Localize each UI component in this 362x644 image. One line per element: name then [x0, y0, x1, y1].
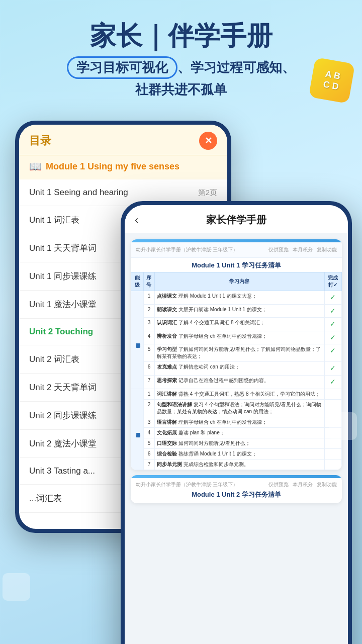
- title-normal: 家长: [90, 21, 142, 50]
- table-row: 4 文化拓展 趣读 plan 和 plane；: [131, 427, 342, 438]
- deco-left-bot: [3, 573, 30, 601]
- row-content: 口语交际 如何询问对方能听见/看见什么；: [155, 438, 324, 448]
- row-content: 文化拓展 趣读 plan 和 plane；: [155, 427, 324, 438]
- row-check: ✓: [324, 344, 341, 362]
- card2-title: Module 1 Unit 2 学习任务清单: [136, 490, 337, 499]
- meta-left: 幼升小家长伴学手册（沪教牛津版·三年级下）: [136, 246, 238, 253]
- row-num: 3: [143, 318, 155, 331]
- card2-meta: 幼升小家长伴学手册（沪教牛津版·三年级下） 仅供预览 本月积分 复制功能: [136, 481, 337, 488]
- row-content: 点读课文 理解 Module 1 Unit 1 的课文大意；: [155, 291, 324, 305]
- row-content: 语言讲解 理解字母组合 ch 在单词中的发音规律；: [155, 417, 324, 427]
- row-num: 5: [143, 438, 155, 448]
- row-check: [324, 448, 341, 459]
- close-icon: ✕: [205, 135, 212, 146]
- handbook-header: ‹ 家长伴学手册: [125, 205, 348, 233]
- task-table: 能级 序号 学习内容 完成打✓ 课前学习单 1 点读课文 理解 Module 1…: [131, 272, 342, 470]
- row-check: ✓: [324, 331, 341, 344]
- toc-item-label: Unit 2 词汇表: [29, 353, 79, 365]
- title-sep: ｜: [142, 21, 168, 50]
- back-button[interactable]: ‹: [135, 214, 138, 227]
- module-text: Module 1 Using my five senses: [46, 161, 179, 172]
- row-content: 词汇讲解 背熟 4 个交通工具词汇，熟悉 8 个相关词汇，学习它们的用法；: [155, 389, 324, 399]
- table-row: 课后复习单 1 词汇讲解 背熟 4 个交通工具词汇，熟悉 8 个相关词汇，学习它…: [131, 389, 342, 399]
- toc-item-label: Unit 1 同步课课练: [29, 270, 97, 282]
- handbook-phone-inner: ‹ 家长伴学手册 幼升小家长伴学手册（沪教牛津版·三年级下） 仅供预览 本月积分: [125, 205, 348, 644]
- table-row: 5 口语交际 如何询问对方能听见/看见什么；: [131, 438, 342, 448]
- main-title: 家长｜伴学手册: [10, 20, 352, 51]
- meta-preview2: 仅供预览: [268, 481, 289, 488]
- toc-item-label: Unit 1 词汇表: [29, 214, 79, 226]
- row-content: 同步单元测 完成综合检验和同步单元测。: [155, 459, 324, 470]
- row-num: 2: [143, 399, 155, 417]
- row-num: 5: [143, 344, 155, 362]
- table-row: 6 综合检验 熟练背诵 Module 1 Unit 1 的课文；: [131, 448, 342, 459]
- meta-preview: 仅供预览: [268, 246, 289, 253]
- subtitle-line2: 社群共进不孤单: [10, 81, 352, 99]
- meta-score2: 本月积分: [293, 481, 313, 488]
- toc-item-label: ...词汇表: [29, 493, 62, 504]
- meta-copy2: 复制功能: [317, 481, 337, 488]
- toc-item-label: Unit 2 天天背单词: [29, 382, 97, 393]
- table-row: 课前学习单 1 点读课文 理解 Module 1 Unit 1 的课文大意； ✓: [131, 291, 342, 305]
- col-header-task: 学习内容: [155, 272, 324, 291]
- row-num: 1: [143, 291, 155, 305]
- meta-copy: 复制功能: [317, 246, 337, 253]
- table-row: 5 学习句型 了解如何询问对方能听见/看见什么；了解如何询问物品数量；了解某有某…: [131, 344, 342, 362]
- table-row: 3 认识词汇 了解 4 个交通工具词汇 8 个相关词汇； ✓: [131, 318, 342, 331]
- table-row: 3 语言讲解 理解字母组合 ch 在单词中的发音规律；: [131, 417, 342, 427]
- meta-right: 仅供预览 本月积分 复制功能: [268, 246, 337, 253]
- col-header-level: 能级: [131, 272, 144, 291]
- col-header-check: 完成打✓: [324, 272, 341, 291]
- task-card-1: 幼升小家长伴学手册（沪教牛津版·三年级下） 仅供预览 本月积分 复制功能 Mod…: [131, 239, 342, 470]
- section-label-pre: 课前学习单: [131, 291, 144, 389]
- row-num: 3: [143, 417, 155, 427]
- row-check: [324, 389, 341, 399]
- table-row: 2 句型和语法讲解 复习 4 个句型和语法；询问对方能听见/看见什么；询问物品数…: [131, 399, 342, 417]
- abc-decoration: A B C D: [312, 60, 352, 101]
- card-meta: 幼升小家长伴学手册（沪教牛津版·三年级下） 仅供预览 本月积分 复制功能: [136, 246, 337, 253]
- section-label-post: 课后复习单: [131, 389, 144, 470]
- handbook-content: 幼升小家长伴学手册（沪教牛津版·三年级下） 仅供预览 本月积分 复制功能 Mod…: [125, 233, 348, 644]
- row-check: [324, 459, 341, 470]
- abc-icon: A B C D: [309, 57, 355, 104]
- toc-module: 📖 Module 1 Using my five senses: [19, 155, 227, 179]
- row-content: 句型和语法讲解 复习 4 个句型和语法；询问对方能听见/看见什么；询问物品数量；…: [155, 399, 324, 417]
- table-row: 7 同步单元测 完成综合检验和同步单元测。: [131, 459, 342, 470]
- row-content: 攻克难点 了解情态动词 can 的用法；: [155, 362, 324, 376]
- row-num: 2: [143, 304, 155, 318]
- card-top: 幼升小家长伴学手册（沪教牛津版·三年级下） 仅供预览 本月积分 复制功能: [131, 242, 342, 258]
- row-num: 4: [143, 331, 155, 344]
- card2-top: 幼升小家长伴学手册（沪教牛津版·三年级下） 仅供预览 本月积分 复制功能 Mod…: [131, 478, 342, 503]
- toc-close-button[interactable]: ✕: [199, 132, 217, 150]
- subtitle-rest: 、学习过程可感知、: [177, 60, 295, 75]
- toc-item-label: Unit 1 Seeing and hearing: [29, 188, 128, 198]
- handbook-phone: ‹ 家长伴学手册 幼升小家长伴学手册（沪教牛津版·三年级下） 仅供预览 本月积分: [121, 201, 352, 644]
- row-check: ✓: [324, 375, 341, 389]
- module-icon: 📖: [29, 160, 42, 172]
- toc-header: 目录 ✕: [19, 125, 227, 155]
- row-num: 6: [143, 448, 155, 459]
- handbook-title: 家长伴学手册: [206, 213, 266, 227]
- row-content: 综合检验 熟练背诵 Module 1 Unit 1 的课文；: [155, 448, 324, 459]
- row-check: ✓: [324, 304, 341, 318]
- deco-right: [329, 412, 357, 440]
- row-num: 1: [143, 389, 155, 399]
- row-content: 思考探索 记录自己在准备过程中感到困惑的内容。: [155, 375, 324, 389]
- task-card-2: 幼升小家长伴学手册（沪教牛津版·三年级下） 仅供预览 本月积分 复制功能 Mod…: [131, 475, 342, 503]
- toc-page-num: 第2页: [198, 188, 217, 198]
- row-num: 7: [143, 375, 155, 389]
- card2-meta-left: 幼升小家长伴学手册（沪教牛津版·三年级下）: [136, 481, 238, 488]
- toc-item-label: Unit 2 同步课课练: [29, 410, 97, 421]
- back-icon: ‹: [135, 214, 138, 226]
- toc-item-label: Unit 2 Touching: [29, 327, 93, 337]
- toc-item-label: Unit 2 魔法小课堂: [29, 438, 97, 449]
- row-num: 7: [143, 459, 155, 470]
- toc-title: 目录: [29, 133, 51, 148]
- row-content: 认识词汇 了解 4 个交通工具词汇 8 个相关词汇；: [155, 318, 324, 331]
- table-row: 7 思考探索 记录自己在准备过程中感到困惑的内容。 ✓: [131, 375, 342, 389]
- abc-line2: C D: [322, 79, 339, 92]
- meta-score: 本月积分: [293, 246, 313, 253]
- row-check: ✓: [324, 362, 341, 376]
- card-title: Module 1 Unit 1 学习任务清单: [131, 258, 342, 272]
- table-row: 4 辨析发音 了解字母组合 ch 在单词中的发音规律； ✓: [131, 331, 342, 344]
